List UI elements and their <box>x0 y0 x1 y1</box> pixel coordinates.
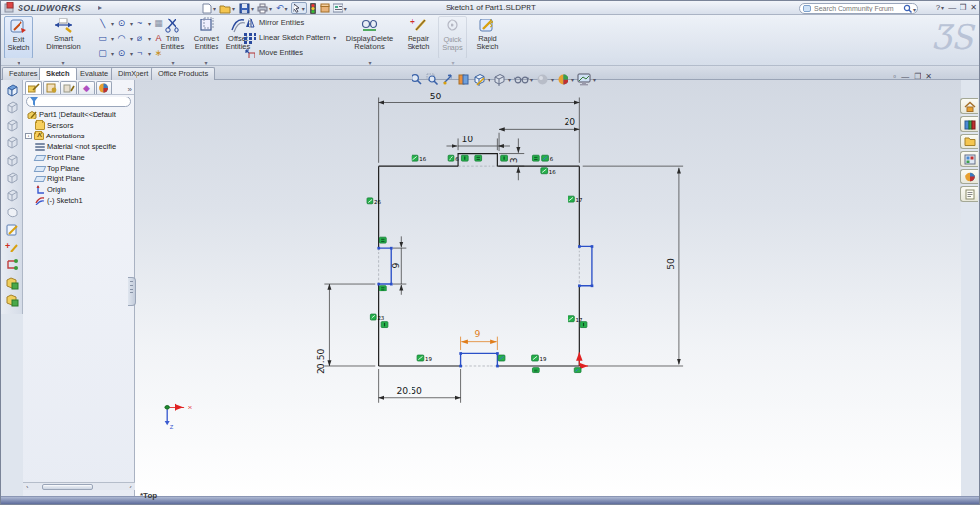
palette-tab[interactable] <box>960 151 978 167</box>
dim-bump-height[interactable]: 3 <box>508 157 519 163</box>
hide-show-items-button[interactable]: ▾ <box>514 73 533 86</box>
trim-entities-button[interactable]: Trim Entities <box>157 16 188 58</box>
panel-splitter-handle[interactable] <box>128 277 136 306</box>
tree-item-sensors[interactable]: Sensors <box>23 120 134 131</box>
convert-entities-button[interactable]: Convert Entities <box>188 16 225 58</box>
pattern-flyout[interactable]: ▾ <box>333 34 336 41</box>
tree-item-front-plane[interactable]: Front Plane <box>23 152 134 163</box>
doc-close-button[interactable]: ✕ <box>925 72 932 82</box>
display-delete-flyout[interactable]: ▾ <box>362 59 377 66</box>
arc-tool[interactable]: ◠ <box>115 32 128 44</box>
repair-sketch-button[interactable]: + Repair Sketch <box>401 16 436 58</box>
shaded-cube-button[interactable] <box>3 81 21 97</box>
close-button[interactable]: ✕ <box>970 3 977 13</box>
scrollbar-track[interactable] <box>32 484 126 490</box>
rapid-sketch-button[interactable]: Rapid Sketch <box>471 16 504 58</box>
wireframe-cube-button-2[interactable] <box>3 116 21 133</box>
exit-sketch-flyout[interactable]: ▾ <box>11 59 26 66</box>
dim-bottom-left-offset[interactable]: 20.50 <box>396 385 422 396</box>
view-orientation-button[interactable]: ▾ <box>473 73 490 86</box>
mirror-entities-button[interactable]: Mirror Entities <box>243 17 336 29</box>
zoom-to-fit-button[interactable] <box>411 73 423 86</box>
tab-office-products[interactable]: Office Products <box>151 67 215 80</box>
sketch-endpoints[interactable] <box>377 245 593 367</box>
search-input[interactable]: Search Community Forum <box>814 5 903 12</box>
slot-tool[interactable]: ▢ <box>97 47 109 58</box>
tree-item-right-plane[interactable]: Right Plane <box>23 174 134 184</box>
scroll-right-arrow[interactable]: › <box>126 484 135 490</box>
view-settings-button[interactable]: ▾ <box>577 73 596 86</box>
selected-sketch-entities[interactable] <box>379 246 592 366</box>
tab-evaluate[interactable]: Evaluate <box>73 67 115 80</box>
wireframe-cube-button-4[interactable] <box>3 151 21 168</box>
tree-item-origin[interactable]: Origin <box>23 184 134 195</box>
tab-sketch[interactable]: Sketch <box>39 67 77 80</box>
dim-right-offset-top[interactable]: 20 <box>564 116 575 127</box>
smart-dimension-button[interactable]: Smart Dimension <box>36 16 91 58</box>
trim-flyout[interactable]: ▾ <box>165 59 180 66</box>
restore-button[interactable]: ❐ <box>960 3 966 13</box>
dimxpertmanager-tab[interactable]: ◆ <box>78 81 95 94</box>
solidworks-resources-tab[interactable] <box>960 98 978 114</box>
custom-properties-tab[interactable] <box>960 186 978 202</box>
line-tool[interactable]: ╲ <box>97 18 109 29</box>
scroll-left-arrow[interactable]: ‹ <box>23 484 32 490</box>
expand-icon[interactable]: + <box>25 133 32 139</box>
graphics-viewport[interactable]: ▾ ▾ ▾ ▾ ▾ ▾ ▫ — ❐ ✕ <box>135 80 961 498</box>
repair-pencil-button[interactable]: + <box>3 239 21 255</box>
panel-tabs-overflow[interactable]: » <box>128 85 132 94</box>
doc-minimize-button[interactable]: — <box>901 72 909 82</box>
wireframe-cube-button-6[interactable] <box>3 186 21 203</box>
zoom-to-area-button[interactable] <box>426 73 439 86</box>
convert-flyout[interactable]: ▾ <box>198 59 214 66</box>
ellipse-tool[interactable]: ⌀ <box>134 32 146 44</box>
doc-restore-button[interactable]: ❐ <box>914 72 921 82</box>
tree-item-part[interactable]: Part1 (Default<<Default <box>23 109 134 120</box>
spline-tool[interactable]: ~ <box>134 18 146 29</box>
circle-tool[interactable]: ⊙ <box>115 18 128 29</box>
configurationmanager-tab[interactable] <box>60 81 77 94</box>
dim-width-top[interactable]: 50 <box>430 91 442 101</box>
help-button[interactable]: ?▾ <box>936 3 944 13</box>
sketch-page-button[interactable] <box>3 221 21 238</box>
wireframe-cube-button-1[interactable] <box>3 98 21 115</box>
dim-bottom-notch-width[interactable]: 9 <box>474 329 480 339</box>
part-box-button-1[interactable] <box>3 274 21 291</box>
tree-item-top-plane[interactable]: Top Plane <box>23 163 134 174</box>
quick-snaps-button[interactable]: Quick Snaps <box>438 16 467 58</box>
tree-item-annotations[interactable]: + A Annotations <box>23 131 134 141</box>
part-box-button-2[interactable] <box>3 291 21 308</box>
dim-height-right[interactable]: 50 <box>665 258 676 270</box>
wireframe-cube-button-5[interactable] <box>3 169 21 185</box>
tree-item-material[interactable]: Material <not specifie <box>23 141 134 152</box>
tree-filter-box[interactable] <box>26 97 131 107</box>
linear-sketch-pattern-button[interactable]: Linear Sketch Pattern ▾ <box>243 31 336 44</box>
sketch-origin[interactable] <box>579 353 587 366</box>
rectangle-tool[interactable]: ▭ <box>97 32 109 44</box>
schematic-button[interactable] <box>3 256 21 273</box>
featuremanager-tab[interactable] <box>25 81 42 94</box>
file-explorer-tab[interactable] <box>960 134 978 149</box>
move-entities-button[interactable]: Move Entities <box>243 46 336 58</box>
edit-appearance-button[interactable]: ▾ <box>536 73 554 86</box>
tree-horizontal-scrollbar[interactable]: ‹ › <box>23 482 135 490</box>
exit-sketch-button[interactable]: Exit Sketch <box>4 16 33 58</box>
previous-view-button[interactable] <box>442 73 454 86</box>
display-delete-relations-button[interactable]: Display/Delete Relations <box>340 16 399 58</box>
polygon-tool[interactable]: ⊙ <box>115 47 128 58</box>
appearances-tab[interactable] <box>960 169 978 184</box>
propertymanager-tab[interactable] <box>43 81 59 94</box>
dim-bump-width[interactable]: 10 <box>461 134 473 144</box>
quick-snaps-flyout[interactable]: ▾ <box>446 59 461 66</box>
minimize-button[interactable]: — <box>948 3 956 13</box>
tab-dimxpert[interactable]: DimXpert <box>111 67 155 80</box>
displaymanager-tab[interactable] <box>96 81 112 94</box>
display-style-button[interactable]: ▾ <box>493 73 511 86</box>
scrollbar-thumb[interactable] <box>42 484 93 490</box>
search-box[interactable]: Search Community Forum ▾ <box>799 3 918 14</box>
section-view-button[interactable] <box>457 73 470 86</box>
dim-left-notch-height[interactable]: 9 <box>390 263 401 269</box>
dim-left-bottom-offset[interactable]: 20.50 <box>315 348 326 374</box>
design-library-tab[interactable] <box>960 116 978 132</box>
wireframe-cube-button-3[interactable] <box>3 134 21 150</box>
